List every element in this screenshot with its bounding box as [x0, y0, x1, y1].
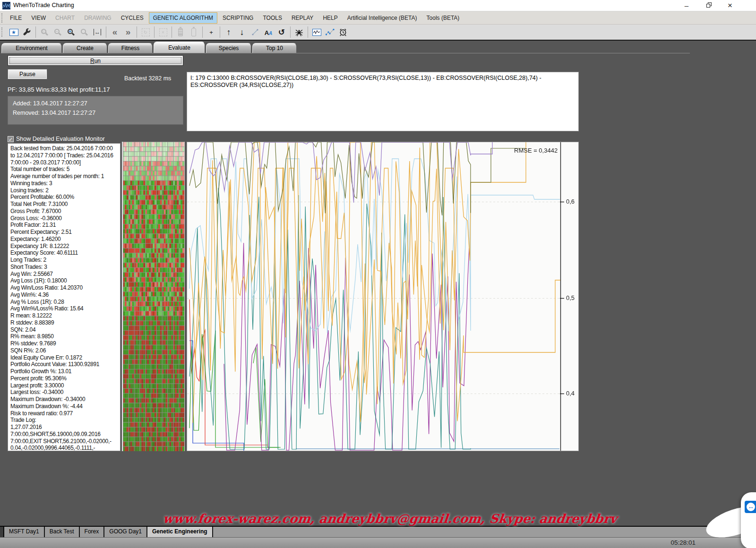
arrow-down-icon[interactable]: ↓	[236, 26, 248, 38]
stat-line: Winning trades: 3	[10, 180, 118, 187]
menu-view[interactable]: VIEW	[27, 12, 50, 24]
zoom-in-icon[interactable]: +	[65, 26, 77, 38]
menu-artificial-intelligence-beta-[interactable]: Artificial Intelligence (BETA)	[343, 12, 421, 24]
title-bar: WhenToTrade Charting – ×	[0, 0, 756, 11]
stat-line: SQN R%: 2.06	[10, 347, 118, 354]
heatmap-canvas	[123, 142, 184, 451]
stat-line: Expectancy Score: 40.61111	[10, 249, 118, 257]
fit-width-icon[interactable]: ↔	[91, 26, 103, 38]
stat-line: Avg % Loss (1R): 0.28	[10, 299, 118, 306]
window-title: WhenToTrade Charting	[13, 2, 74, 9]
stat-line: Trade Log:	[10, 417, 118, 424]
stat-line: 7:00:00 - 29.03.2017 7:00:00]	[10, 159, 118, 166]
teamviewer-icon[interactable]: ↔	[745, 501, 756, 513]
rmse-label: RMSE = 0,3442	[514, 147, 558, 154]
spider-icon[interactable]	[293, 26, 305, 38]
wrench-icon[interactable]	[21, 26, 33, 38]
fast-forward-icon[interactable]: »	[122, 26, 134, 38]
zoom-out-icon: −	[52, 26, 64, 38]
restore-button[interactable]	[700, 0, 716, 11]
stat-line: Total Net Profit: 7.31000	[10, 201, 118, 208]
stat-line: Risk to reward ratio: 0.977	[10, 410, 118, 417]
added-line: Added: 13.04.2017 12:27:27	[13, 100, 178, 107]
y-axis-tick-label: 0,4	[566, 390, 575, 397]
toolbar-separator	[106, 26, 106, 38]
tab-evaluate[interactable]: Evaluate	[154, 42, 205, 53]
workspace-tab-goog-day1[interactable]: GOOG Day1	[104, 527, 147, 537]
close-button[interactable]: ×	[722, 0, 738, 11]
profit-summary-label: PF: 33,85 Wins:83,33 Net profit:11,17	[8, 86, 110, 93]
stat-line: Maximum Drawdown %: -4.44	[10, 403, 118, 410]
menu-help[interactable]: HELP	[318, 12, 342, 24]
stat-line: Largest profit: 3.30000	[10, 382, 118, 389]
minimize-button[interactable]: –	[679, 0, 695, 11]
menu-tools[interactable]: TOOLS	[258, 12, 286, 24]
toolbar-separator	[154, 26, 155, 38]
tab-top-10[interactable]: Top 10	[252, 43, 297, 53]
scatter-icon[interactable]	[324, 26, 336, 38]
tab-fitness[interactable]: Fitness	[108, 43, 153, 53]
stat-line: Expectancy 1R: 8.12222	[10, 243, 118, 250]
chart-window-star-icon[interactable]: ★	[8, 26, 20, 38]
run-button[interactable]: Run	[8, 55, 183, 66]
equity-curves-chart: RMSE = 0,3442 0,60,50,4	[187, 142, 579, 451]
toolbar-separator	[290, 26, 291, 38]
menu-tools-beta-[interactable]: Tools (BETA)	[422, 12, 464, 24]
menu-cycles[interactable]: CYCLES	[117, 12, 148, 24]
history-icon[interactable]: ↺	[275, 26, 288, 38]
stat-line: Gross Loss: -0.36000	[10, 215, 118, 222]
toolbar-grip	[1, 13, 5, 23]
stat-line: Long Trades: 2	[10, 257, 118, 264]
tab-environment[interactable]: Environment	[1, 43, 62, 53]
add-small-icon[interactable]: +	[205, 26, 217, 38]
stat-line: 7:00:00,SHORT,56.19000,09.09.2016	[10, 431, 118, 438]
zoom-tool-icon	[78, 26, 90, 38]
menu-file[interactable]: FILE	[6, 12, 26, 24]
chromosome-formula-box[interactable]: I: 179 C:13000 B:CROSSOVER(RSI(CLOSE,18)…	[187, 72, 579, 131]
tabstrip-lead-block	[0, 527, 4, 537]
menu-scripting[interactable]: SCRIPTING	[218, 12, 258, 24]
tab-create[interactable]: Create	[63, 43, 107, 53]
stat-line: Largest loss: -0.34000	[10, 389, 118, 396]
stat-line: 1,27.07.2016	[10, 424, 118, 431]
stat-line: to 12.04.2017 7:00:00 [ Trades: 25.04.20…	[10, 152, 118, 159]
stat-line: R% mean: 8.9850	[10, 333, 118, 340]
menu-genetic-algorithm[interactable]: GENETIC ALGORITHM	[149, 12, 217, 24]
toolbar-separator	[137, 26, 137, 38]
stat-line: SQN: 2.04	[10, 326, 118, 334]
workspace-tab-forex[interactable]: Forex	[80, 527, 105, 537]
menu-replay[interactable]: REPLAY	[287, 12, 318, 24]
tab-species[interactable]: Species	[206, 43, 251, 53]
menu-bar: FILEVIEWCHARTDRAWINGCYCLESGENETIC ALGORI…	[0, 11, 756, 25]
show-monitor-checkbox[interactable]: ✓	[8, 136, 14, 142]
population-heatmap	[122, 142, 185, 451]
toolbar-separator	[220, 26, 220, 38]
chart-panel-icon[interactable]	[310, 26, 323, 38]
workspace-tab-genetic-engineering[interactable]: Genetic Engineering	[147, 527, 213, 537]
app-logo-icon	[2, 2, 10, 9]
stat-line: Percent profit: 95.306%	[10, 375, 118, 382]
watermark-text: www.forex-warez.com, andreybbrv@gmail.co…	[162, 512, 589, 526]
fast-backward-icon[interactable]: «	[109, 26, 121, 38]
stat-line: Expectancy: 1.46200	[10, 236, 118, 243]
pause-button[interactable]: Pause	[8, 69, 47, 79]
battery-full-icon	[174, 26, 187, 38]
stat-line: Avg Loss (1R): 0.18000	[10, 277, 118, 284]
draw-line-icon[interactable]	[249, 26, 261, 38]
workspace-tab-msft-day1[interactable]: MSFT Day1	[4, 527, 45, 537]
stat-line: Average number of trades per month: 1	[10, 173, 118, 180]
stat-line: Back tested from Data: 25.04.2016 7:00:0…	[10, 145, 118, 152]
workspace-tab-back-test[interactable]: Back Test	[45, 527, 80, 537]
alarm-clock-icon[interactable]	[337, 26, 349, 38]
stat-line: R% stddev: 9.7689	[10, 340, 118, 347]
arrow-up-icon[interactable]: ↑	[223, 26, 235, 38]
stat-line: Losing trades: 2	[10, 187, 118, 194]
stat-line: R stddev: 8.88389	[10, 319, 118, 326]
chart-canvas	[187, 142, 578, 451]
stat-line: Percent Profitable: 60.00%	[10, 194, 118, 201]
stat-line: Total number of trades: 5	[10, 166, 118, 173]
stat-line: Ideal Equity Curve Err: 0.1872	[10, 354, 118, 361]
font-icon[interactable]: AA	[262, 26, 275, 38]
menu-drawing: DRAWING	[80, 12, 116, 24]
show-monitor-row: ✓ Show Detailed Evaluation Monitor	[8, 136, 105, 142]
